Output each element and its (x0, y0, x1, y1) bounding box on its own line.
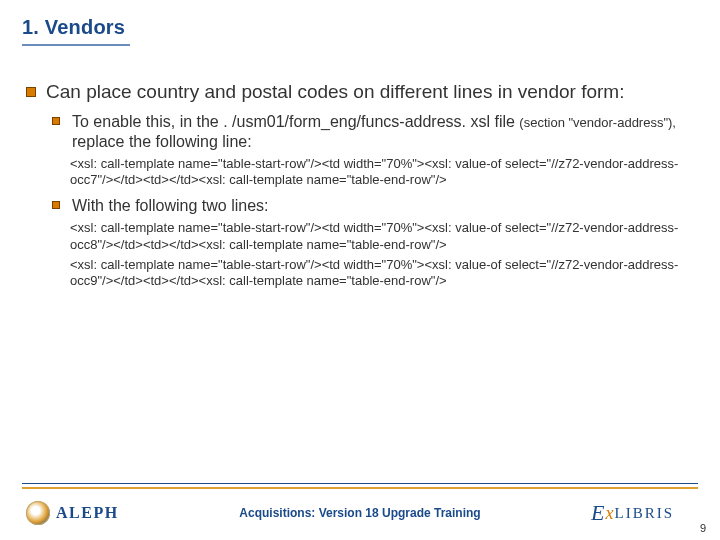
bullet-level1: Can place country and postal codes on di… (22, 80, 698, 104)
bullet-icon (26, 87, 36, 97)
content-area: Can place country and postal codes on di… (22, 80, 698, 289)
page-number: 9 (700, 522, 706, 534)
slide: 1. Vendors Can place country and postal … (0, 0, 720, 540)
exlibris-logo: ExLibris (591, 500, 674, 526)
bullet1-text: Can place country and postal codes on di… (46, 80, 698, 104)
slide-title: 1. Vendors (22, 16, 125, 39)
sub1-part1: To enable this, in the . /usm01/form_eng… (72, 113, 519, 130)
exlibris-e: E (591, 500, 604, 526)
footer-rule-gold (22, 487, 698, 489)
exlibris-x: x (605, 503, 613, 524)
sub1-part2: replace the following line: (72, 133, 252, 150)
bullet-level2: To enable this, in the . /usm01/form_eng… (22, 112, 698, 152)
bullet-icon (52, 201, 60, 209)
footer-rule-blue (22, 483, 698, 484)
code-block-2a: <xsl: call-template name="table-start-ro… (22, 220, 698, 253)
exlibris-rest: Libris (614, 505, 674, 522)
footer: ALEPH Acquisitions: Version 18 Upgrade T… (0, 482, 720, 540)
sub1-section: (section "vendor-address"), (519, 115, 676, 130)
bullet-level2: With the following two lines: (22, 196, 698, 216)
code-block-2b: <xsl: call-template name="table-start-ro… (22, 257, 698, 290)
bullet2-text: With the following two lines: (72, 196, 698, 216)
bullet-icon (52, 117, 60, 125)
code-block-1: <xsl: call-template name="table-start-ro… (22, 156, 698, 189)
title-underline (22, 44, 130, 46)
bullet2-text: To enable this, in the . /usm01/form_eng… (72, 112, 698, 152)
